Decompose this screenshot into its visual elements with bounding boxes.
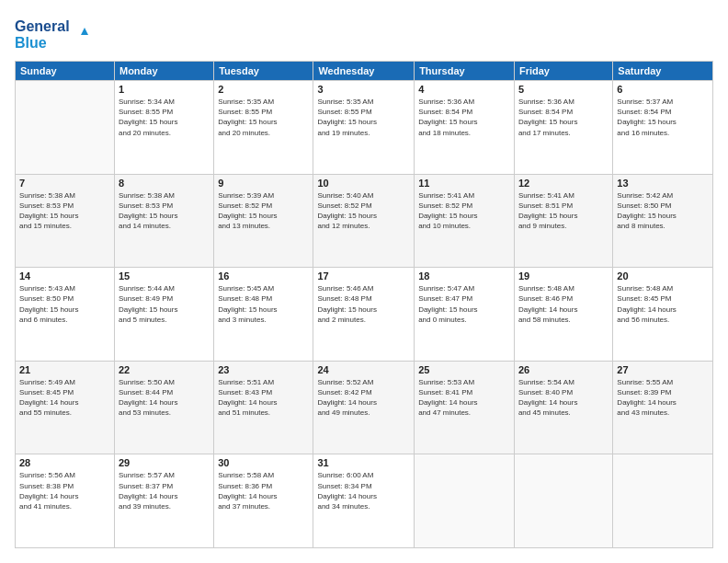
calendar-cell: 25Sunrise: 5:53 AMSunset: 8:41 PMDayligh… xyxy=(415,361,515,454)
calendar-cell: 4Sunrise: 5:36 AMSunset: 8:54 PMDaylight… xyxy=(415,81,515,175)
day-detail: Sunrise: 5:38 AMSunset: 8:53 PMDaylight:… xyxy=(119,190,210,232)
day-number: 14 xyxy=(19,270,110,282)
day-number: 10 xyxy=(317,178,410,189)
calendar-cell: 22Sunrise: 5:50 AMSunset: 8:44 PMDayligh… xyxy=(114,361,213,454)
day-number: 23 xyxy=(218,364,309,375)
day-number: 3 xyxy=(317,84,410,95)
calendar-cell: 31Sunrise: 6:00 AMSunset: 8:34 PMDayligh… xyxy=(313,454,415,548)
day-detail: Sunrise: 5:49 AMSunset: 8:45 PMDaylight:… xyxy=(19,377,110,419)
day-detail: Sunrise: 5:42 AMSunset: 8:50 PMDaylight:… xyxy=(617,190,709,232)
day-detail: Sunrise: 5:36 AMSunset: 8:54 PMDaylight:… xyxy=(418,97,510,138)
calendar-cell xyxy=(613,454,713,548)
day-number: 20 xyxy=(617,270,709,282)
day-detail: Sunrise: 5:38 AMSunset: 8:53 PMDaylight:… xyxy=(19,190,110,232)
day-detail: Sunrise: 5:56 AMSunset: 8:38 PMDaylight:… xyxy=(19,470,110,511)
day-detail: Sunrise: 5:35 AMSunset: 8:55 PMDaylight:… xyxy=(218,97,309,138)
col-header-monday: Monday xyxy=(114,62,213,81)
day-detail: Sunrise: 5:46 AMSunset: 8:48 PMDaylight:… xyxy=(317,283,410,325)
calendar-cell: 20Sunrise: 5:48 AMSunset: 8:45 PMDayligh… xyxy=(613,268,713,362)
day-detail: Sunrise: 5:37 AMSunset: 8:54 PMDaylight:… xyxy=(617,97,709,138)
day-detail: Sunrise: 5:41 AMSunset: 8:51 PMDaylight:… xyxy=(518,190,609,232)
day-detail: Sunrise: 5:47 AMSunset: 8:47 PMDaylight:… xyxy=(418,283,510,325)
logo: GeneralBlue xyxy=(15,15,97,52)
calendar-cell: 9Sunrise: 5:39 AMSunset: 8:52 PMDaylight… xyxy=(214,174,313,268)
calendar-header-row: SundayMondayTuesdayWednesdayThursdayFrid… xyxy=(16,62,713,81)
day-number: 11 xyxy=(418,178,510,189)
col-header-sunday: Sunday xyxy=(16,62,115,81)
day-number: 19 xyxy=(518,270,609,282)
calendar-cell xyxy=(415,454,515,548)
calendar-cell: 27Sunrise: 5:55 AMSunset: 8:39 PMDayligh… xyxy=(613,361,713,454)
calendar-cell: 6Sunrise: 5:37 AMSunset: 8:54 PMDaylight… xyxy=(613,81,713,175)
calendar-table: SundayMondayTuesdayWednesdayThursdayFrid… xyxy=(15,61,713,548)
calendar-cell: 23Sunrise: 5:51 AMSunset: 8:43 PMDayligh… xyxy=(214,361,313,454)
day-detail: Sunrise: 5:36 AMSunset: 8:54 PMDaylight:… xyxy=(518,97,609,138)
col-header-friday: Friday xyxy=(514,62,612,81)
day-number: 1 xyxy=(119,84,210,95)
calendar-cell: 30Sunrise: 5:58 AMSunset: 8:36 PMDayligh… xyxy=(214,454,313,548)
calendar-week-3: 14Sunrise: 5:43 AMSunset: 8:50 PMDayligh… xyxy=(16,268,713,362)
calendar-week-5: 28Sunrise: 5:56 AMSunset: 8:38 PMDayligh… xyxy=(16,454,713,548)
calendar-cell: 10Sunrise: 5:40 AMSunset: 8:52 PMDayligh… xyxy=(313,174,415,268)
day-number: 29 xyxy=(119,457,210,468)
col-header-wednesday: Wednesday xyxy=(313,62,415,81)
day-number: 25 xyxy=(418,364,510,375)
day-number: 31 xyxy=(317,457,410,468)
svg-marker-2 xyxy=(81,28,88,35)
header: GeneralBlue xyxy=(15,15,713,52)
day-detail: Sunrise: 5:44 AMSunset: 8:49 PMDaylight:… xyxy=(119,283,210,325)
day-detail: Sunrise: 5:41 AMSunset: 8:52 PMDaylight:… xyxy=(418,190,510,232)
page: GeneralBlue SundayMondayTuesdayWednesday… xyxy=(0,0,728,563)
day-number: 18 xyxy=(418,270,510,282)
svg-text:Blue: Blue xyxy=(15,35,47,51)
day-number: 17 xyxy=(317,270,410,282)
calendar-cell: 11Sunrise: 5:41 AMSunset: 8:52 PMDayligh… xyxy=(415,174,515,268)
calendar-cell: 16Sunrise: 5:45 AMSunset: 8:48 PMDayligh… xyxy=(214,268,313,362)
svg-text:General: General xyxy=(15,18,70,34)
col-header-tuesday: Tuesday xyxy=(214,62,313,81)
day-number: 22 xyxy=(119,364,210,375)
calendar-cell: 2Sunrise: 5:35 AMSunset: 8:55 PMDaylight… xyxy=(214,81,313,175)
calendar-cell xyxy=(16,81,115,175)
calendar-cell: 7Sunrise: 5:38 AMSunset: 8:53 PMDaylight… xyxy=(16,174,115,268)
day-detail: Sunrise: 5:39 AMSunset: 8:52 PMDaylight:… xyxy=(218,190,309,232)
calendar-cell: 15Sunrise: 5:44 AMSunset: 8:49 PMDayligh… xyxy=(114,268,213,362)
day-number: 2 xyxy=(218,84,309,95)
day-number: 13 xyxy=(617,178,709,189)
day-detail: Sunrise: 6:00 AMSunset: 8:34 PMDaylight:… xyxy=(317,470,410,511)
calendar-cell: 18Sunrise: 5:47 AMSunset: 8:47 PMDayligh… xyxy=(415,268,515,362)
day-detail: Sunrise: 5:48 AMSunset: 8:46 PMDaylight:… xyxy=(518,283,609,325)
logo-svg: GeneralBlue xyxy=(15,15,97,52)
day-detail: Sunrise: 5:55 AMSunset: 8:39 PMDaylight:… xyxy=(617,377,709,419)
day-number: 6 xyxy=(617,84,709,95)
day-number: 4 xyxy=(418,84,510,95)
calendar-cell: 29Sunrise: 5:57 AMSunset: 8:37 PMDayligh… xyxy=(114,454,213,548)
day-detail: Sunrise: 5:57 AMSunset: 8:37 PMDaylight:… xyxy=(119,470,210,511)
day-detail: Sunrise: 5:54 AMSunset: 8:40 PMDaylight:… xyxy=(518,377,609,419)
day-number: 30 xyxy=(218,457,309,468)
day-detail: Sunrise: 5:43 AMSunset: 8:50 PMDaylight:… xyxy=(19,283,110,325)
day-number: 9 xyxy=(218,178,309,189)
day-number: 15 xyxy=(119,270,210,282)
calendar-cell: 5Sunrise: 5:36 AMSunset: 8:54 PMDaylight… xyxy=(514,81,612,175)
calendar-cell: 28Sunrise: 5:56 AMSunset: 8:38 PMDayligh… xyxy=(16,454,115,548)
day-detail: Sunrise: 5:58 AMSunset: 8:36 PMDaylight:… xyxy=(218,470,309,511)
calendar-week-2: 7Sunrise: 5:38 AMSunset: 8:53 PMDaylight… xyxy=(16,174,713,268)
day-number: 7 xyxy=(19,178,110,189)
day-detail: Sunrise: 5:34 AMSunset: 8:55 PMDaylight:… xyxy=(119,97,210,138)
day-detail: Sunrise: 5:52 AMSunset: 8:42 PMDaylight:… xyxy=(317,377,410,419)
day-number: 8 xyxy=(119,178,210,189)
calendar-cell: 26Sunrise: 5:54 AMSunset: 8:40 PMDayligh… xyxy=(514,361,612,454)
calendar-cell: 21Sunrise: 5:49 AMSunset: 8:45 PMDayligh… xyxy=(16,361,115,454)
day-number: 16 xyxy=(218,270,309,282)
day-number: 21 xyxy=(19,364,110,375)
calendar-cell: 19Sunrise: 5:48 AMSunset: 8:46 PMDayligh… xyxy=(514,268,612,362)
col-header-thursday: Thursday xyxy=(415,62,515,81)
calendar-cell: 24Sunrise: 5:52 AMSunset: 8:42 PMDayligh… xyxy=(313,361,415,454)
day-detail: Sunrise: 5:48 AMSunset: 8:45 PMDaylight:… xyxy=(617,283,709,325)
calendar-cell: 3Sunrise: 5:35 AMSunset: 8:55 PMDaylight… xyxy=(313,81,415,175)
day-detail: Sunrise: 5:40 AMSunset: 8:52 PMDaylight:… xyxy=(317,190,410,232)
day-detail: Sunrise: 5:50 AMSunset: 8:44 PMDaylight:… xyxy=(119,377,210,419)
calendar-cell: 1Sunrise: 5:34 AMSunset: 8:55 PMDaylight… xyxy=(114,81,213,175)
day-detail: Sunrise: 5:51 AMSunset: 8:43 PMDaylight:… xyxy=(218,377,309,419)
